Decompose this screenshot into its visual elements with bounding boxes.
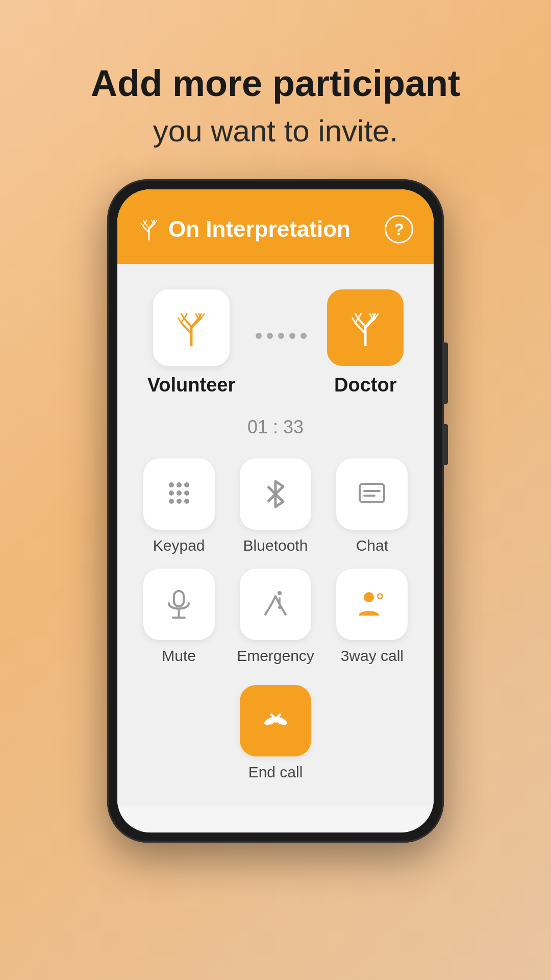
- svg-line-16: [184, 318, 191, 327]
- phone-frame: On Interpretation ?: [107, 179, 444, 843]
- bluetooth-icon-box: [240, 458, 311, 530]
- keypad-label: Keypad: [153, 537, 205, 554]
- doctor-icon: [327, 289, 404, 366]
- svg-rect-51: [174, 591, 184, 606]
- svg-point-45: [169, 499, 174, 504]
- svg-point-43: [177, 491, 182, 496]
- svg-line-19: [184, 313, 187, 318]
- svg-point-40: [177, 482, 182, 487]
- headline-subtitle: you want to invite.: [91, 113, 460, 149]
- 3way-icon-box: [336, 569, 408, 640]
- svg-point-54: [278, 591, 282, 595]
- app-logo-icon: [138, 218, 160, 240]
- end-call-icon-box: [240, 685, 311, 756]
- end-call-button[interactable]: End call: [240, 685, 311, 781]
- phone-wrapper: On Interpretation ?: [107, 179, 444, 843]
- svg-line-18: [181, 313, 184, 318]
- mute-button[interactable]: Mute: [138, 569, 220, 665]
- end-call-label: End call: [248, 764, 303, 781]
- 3way-label: 3way call: [341, 647, 404, 665]
- svg-point-39: [169, 482, 174, 487]
- header-left: On Interpretation: [138, 216, 350, 242]
- svg-line-9: [141, 223, 143, 226]
- svg-point-46: [177, 499, 182, 504]
- doctor-label: Doctor: [334, 374, 396, 396]
- phone-screen: On Interpretation ?: [117, 189, 434, 832]
- call-timer: 01 : 33: [247, 416, 304, 438]
- svg-line-20: [195, 313, 198, 318]
- keypad-button[interactable]: Keypad: [138, 458, 220, 554]
- svg-line-31: [355, 313, 358, 318]
- svg-line-10: [143, 223, 145, 226]
- svg-line-32: [358, 313, 361, 318]
- volunteer-label: Volunteer: [147, 374, 235, 396]
- chat-icon-box: [336, 458, 408, 530]
- dots-separator: [256, 333, 307, 339]
- headline-section: Add more participant you want to invite.: [91, 61, 460, 149]
- volunteer-icon: [153, 289, 230, 366]
- emergency-icon-box: [240, 569, 311, 640]
- mute-icon-box: [143, 569, 215, 640]
- svg-point-57: [364, 592, 374, 602]
- svg-line-7: [151, 220, 153, 223]
- help-button[interactable]: ?: [385, 215, 413, 243]
- chat-button[interactable]: Chat: [331, 458, 413, 554]
- svg-rect-48: [360, 484, 384, 502]
- participants-row: Volunteer: [138, 289, 413, 396]
- bluetooth-label: Bluetooth: [243, 537, 308, 554]
- headline-title: Add more participant: [91, 61, 460, 105]
- svg-line-35: [352, 317, 355, 323]
- svg-point-47: [184, 499, 189, 504]
- end-call-row: End call: [138, 685, 413, 781]
- emergency-label: Emergency: [237, 647, 314, 665]
- content-area: Volunteer: [117, 264, 434, 806]
- svg-line-5: [143, 220, 145, 223]
- svg-line-22: [178, 317, 181, 323]
- emergency-button[interactable]: Emergency: [234, 569, 316, 665]
- svg-line-36: [355, 318, 358, 323]
- app-title: On Interpretation: [168, 216, 350, 242]
- 3way-call-button[interactable]: 3way call: [331, 569, 413, 665]
- svg-line-11: [155, 220, 157, 223]
- bluetooth-button[interactable]: Bluetooth: [234, 458, 316, 554]
- svg-line-29: [358, 318, 365, 327]
- mute-label: Mute: [162, 647, 196, 665]
- doctor-participant: Doctor: [327, 289, 404, 396]
- chat-label: Chat: [356, 537, 388, 554]
- volunteer-participant: Volunteer: [147, 289, 235, 396]
- svg-line-3: [145, 223, 149, 228]
- svg-line-23: [181, 318, 184, 323]
- svg-point-56: [278, 606, 281, 609]
- action-buttons-grid: Keypad Bluetooth: [138, 458, 413, 665]
- svg-point-42: [169, 491, 174, 496]
- svg-point-44: [184, 491, 189, 496]
- svg-line-6: [145, 220, 147, 223]
- svg-point-41: [184, 482, 189, 487]
- svg-line-33: [369, 313, 372, 318]
- keypad-icon-box: [143, 458, 215, 530]
- app-header: On Interpretation ?: [117, 189, 434, 264]
